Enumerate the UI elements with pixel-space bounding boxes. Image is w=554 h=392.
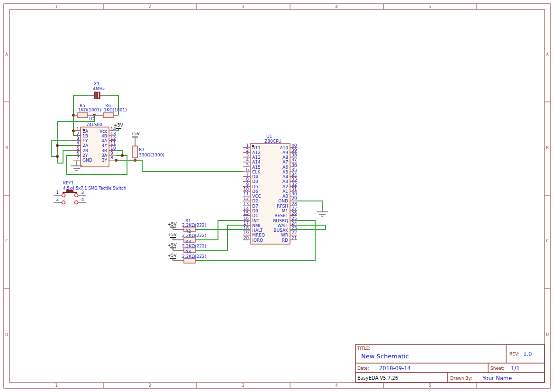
frame-col-label: 3 bbox=[242, 5, 244, 9]
u1-pin-25-number: 25 bbox=[291, 216, 297, 221]
u1-pin-26-number: 26 bbox=[291, 211, 297, 216]
r4-plus5v-label: +5V bbox=[167, 253, 177, 258]
u1-pin-25-name: BUSRQ bbox=[273, 219, 288, 223]
u2-pin-1-number: 1 bbox=[76, 127, 79, 131]
frame-row-label: A bbox=[5, 53, 8, 57]
frame-row-label: B bbox=[5, 146, 8, 150]
rev-value[interactable]: 1.0 bbox=[523, 351, 532, 357]
u1-pin-36-name: A6 bbox=[282, 165, 288, 170]
u2-pin-11-number: 11 bbox=[110, 141, 116, 146]
u2-pin-5-number: 5 bbox=[76, 146, 79, 151]
r5-value: 1KΩ(1001) bbox=[78, 108, 101, 112]
u1-pin-19-name: MREQ bbox=[252, 233, 265, 237]
u1-pin-24-name: WAIT bbox=[277, 223, 288, 228]
u1-pin-16-number: 16 bbox=[244, 216, 249, 221]
u2-pin-5-name: 2B bbox=[82, 148, 88, 153]
u1-pin-20-name: IORQ bbox=[252, 238, 263, 243]
key1-ref: KEY1 bbox=[63, 181, 74, 185]
r2-plus5v-label: +5V bbox=[167, 232, 177, 237]
u1-ref: U1 bbox=[266, 134, 272, 139]
u1-pin-7-number: 7 bbox=[246, 172, 249, 177]
component-r7-resistor[interactable]: +5V R7 330Ω(3300) bbox=[130, 131, 164, 161]
u2-pin-9-name: 3A bbox=[101, 153, 108, 158]
frame-row-label: B bbox=[546, 146, 549, 150]
u1-pin-8-name: D3 bbox=[252, 179, 258, 184]
r3-value: 2.2KΩ(222) bbox=[182, 244, 206, 248]
u2-pin-3-name: 1Y bbox=[82, 138, 88, 143]
frame-col-label: 1 bbox=[55, 383, 57, 388]
schematic-sheet[interactable]: 1122334455AABBCCDD X1 4MHz bbox=[0, 0, 554, 392]
u1-pin-7-name: D4 bbox=[252, 174, 258, 179]
component-key1-switch[interactable]: KEY1 4.5x4.5x7.1 SMD Tactile Switch 1 2 … bbox=[54, 181, 126, 204]
u1-pin-30-number: 30 bbox=[291, 191, 297, 196]
u2-pin-9-number: 9 bbox=[110, 151, 113, 155]
r4-body[interactable] bbox=[184, 258, 195, 263]
u1-pin-15-name: D1 bbox=[252, 213, 258, 218]
u2-ref: U2 bbox=[89, 117, 95, 121]
junction-dot bbox=[56, 144, 59, 147]
u1-pin-17-name: NMI bbox=[252, 223, 260, 228]
u1-pin-39-name: A9 bbox=[282, 150, 288, 155]
u1-pin-37-number: 37 bbox=[291, 157, 297, 162]
u1-pin-32-name: A2 bbox=[282, 184, 288, 189]
u2-pin-8-number: 8 bbox=[110, 155, 113, 160]
pullup-resistor-bank[interactable]: +5VR12.2KΩ(222)+5VR22.2KΩ(222)+5VR32.2KΩ… bbox=[167, 219, 206, 263]
u2-pin-7-name: GND bbox=[82, 158, 92, 163]
u1-pin-21-number: 21 bbox=[291, 236, 297, 240]
date-label: Date: bbox=[357, 366, 369, 371]
wire-clk[interactable] bbox=[116, 160, 243, 172]
r6-body[interactable] bbox=[103, 113, 114, 118]
component-u1-z80cpu[interactable]: U1 Z80CPU 1A112A123A134A145A156CLK7D48D3… bbox=[243, 134, 297, 244]
tool-version: EasyEDA V5.7.26 bbox=[357, 375, 398, 381]
schematic-title[interactable]: New Schematic bbox=[361, 353, 409, 360]
drawn-by-value[interactable]: Your Name bbox=[482, 375, 512, 382]
schematic-canvas[interactable]: 1122334455AABBCCDD X1 4MHz bbox=[0, 0, 554, 392]
u1-pin-8-number: 8 bbox=[246, 177, 249, 182]
u1-pin-13-number: 13 bbox=[244, 201, 249, 206]
component-x1-crystal[interactable]: X1 4MHz bbox=[87, 82, 107, 99]
u1-pin-9-number: 9 bbox=[246, 182, 249, 187]
frame-col-label: 5 bbox=[428, 5, 431, 9]
u1-pin-5-number: 5 bbox=[246, 163, 249, 167]
u1-pin-22-number: 22 bbox=[291, 230, 297, 235]
u1-pin-35-name: A5 bbox=[282, 170, 288, 174]
r7-plus5v-label: +5V bbox=[130, 131, 140, 136]
u1-pin-14-name: D0 bbox=[252, 209, 258, 213]
component-u2-74ls00[interactable]: U2 74LS00 11A21B31Y42A52B62Y7GND14Vcc134… bbox=[71, 117, 116, 170]
u1-pin-29-number: 29 bbox=[291, 196, 297, 201]
u1-pin-17-number: 17 bbox=[244, 221, 249, 226]
u1-pin-16-name: INT bbox=[252, 219, 259, 223]
x1-value: 4MHz bbox=[93, 86, 105, 91]
u1-pin-9-name: D5 bbox=[252, 184, 258, 189]
gnd-symbol-z80[interactable] bbox=[317, 210, 328, 216]
u1-pin-30-name: A0 bbox=[282, 194, 288, 199]
u2-pin-6-name: 2Y bbox=[82, 153, 88, 158]
u1-pin-11-name: VCC bbox=[252, 194, 261, 199]
u1-pin-23-name: BUSAK bbox=[273, 228, 289, 233]
x1-body[interactable] bbox=[94, 92, 100, 99]
u2-pin-13-number: 13 bbox=[110, 131, 116, 136]
u1-pin-3-name: A13 bbox=[252, 155, 261, 160]
sheet-value[interactable]: 1/1 bbox=[511, 365, 520, 372]
r1-value: 2.2KΩ(222) bbox=[182, 223, 206, 228]
r5-body[interactable] bbox=[77, 113, 88, 118]
u1-pin-24-number: 24 bbox=[291, 221, 297, 226]
date-value[interactable]: 2018-09-14 bbox=[379, 365, 411, 372]
u1-pin-1-number: 1 bbox=[246, 143, 249, 148]
key1-button[interactable] bbox=[66, 190, 73, 192]
u1-pin-5-name: A15 bbox=[252, 165, 261, 170]
u1-pin-6-number: 6 bbox=[246, 167, 249, 172]
u1-pin-38-name: A8 bbox=[282, 155, 288, 160]
u1-pin-14-number: 14 bbox=[244, 206, 249, 211]
u1-pin-40-number: 40 bbox=[291, 143, 297, 148]
u1-pin-4-number: 4 bbox=[246, 157, 249, 162]
frame-col-label: 2 bbox=[148, 383, 151, 388]
u1-pin-38-number: 38 bbox=[291, 153, 297, 157]
r7-body[interactable] bbox=[133, 146, 137, 158]
u2-part: 74LS00 bbox=[86, 122, 102, 127]
wire-gnd-z80[interactable] bbox=[297, 201, 322, 211]
sheet-label: Sheet: bbox=[490, 366, 504, 371]
wire-u2-vcc[interactable] bbox=[116, 129, 118, 131]
u1-pin-20-number: 20 bbox=[244, 236, 249, 240]
u1-pin-2-name: A12 bbox=[252, 150, 261, 155]
